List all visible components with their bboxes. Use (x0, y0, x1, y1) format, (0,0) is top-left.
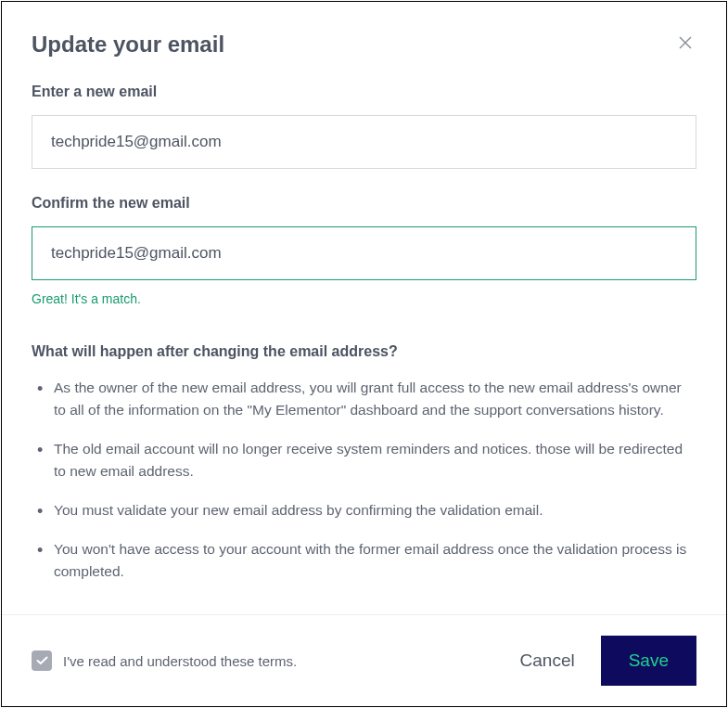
footer-actions: Cancel Save (520, 636, 696, 686)
modal-title: Update your email (32, 32, 224, 58)
terms-checkbox-wrap: I've read and understood these terms. (32, 650, 520, 671)
close-button[interactable] (674, 32, 696, 57)
modal-footer: I've read and understood these terms. Ca… (2, 614, 726, 706)
terms-label: I've read and understood these terms. (63, 653, 297, 669)
info-item: As the owner of the new email address, y… (32, 377, 696, 421)
info-section: What will happen after changing the emai… (32, 343, 696, 583)
update-email-modal: Update your email Enter a new email Conf… (1, 1, 727, 707)
modal-content: Update your email Enter a new email Conf… (2, 2, 726, 614)
save-button[interactable]: Save (601, 636, 696, 686)
info-heading: What will happen after changing the emai… (32, 343, 696, 360)
new-email-input[interactable] (32, 115, 696, 169)
info-list: As the owner of the new email address, y… (32, 377, 696, 583)
confirm-email-group: Confirm the new email Great! It's a matc… (32, 195, 696, 306)
info-item: You must validate your new email address… (32, 499, 696, 521)
info-item: You won't have access to your account wi… (32, 538, 696, 583)
modal-header: Update your email (32, 32, 696, 58)
terms-checkbox[interactable] (32, 650, 52, 671)
new-email-label: Enter a new email (32, 84, 696, 100)
checkmark-icon (36, 652, 48, 669)
info-item: The old email account will no longer rec… (32, 438, 696, 483)
close-icon (678, 39, 693, 53)
new-email-group: Enter a new email (32, 84, 696, 169)
validation-message: Great! It's a match. (32, 291, 696, 306)
cancel-button[interactable]: Cancel (520, 650, 575, 671)
confirm-email-input[interactable] (32, 226, 696, 280)
confirm-email-label: Confirm the new email (32, 195, 696, 212)
